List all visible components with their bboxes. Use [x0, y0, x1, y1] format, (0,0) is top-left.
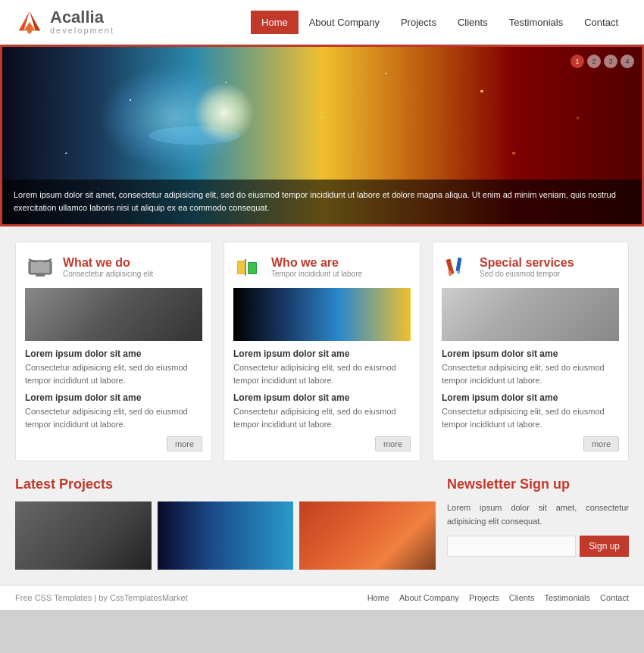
col3-entry1-text: Consectetur adipisicing elit, sed do eiu… — [442, 361, 619, 386]
col1-more-button[interactable]: more — [167, 436, 202, 451]
col1-image — [25, 288, 202, 341]
col3-more-wrapper: more — [442, 436, 619, 451]
col1-subtitle: Consectetur adipisicing elit — [63, 270, 153, 278]
col3-image — [442, 288, 619, 341]
newsletter-email-input[interactable] — [447, 536, 576, 557]
logo-text: Acallia development — [50, 9, 114, 35]
col2-more-wrapper: more — [233, 436, 411, 451]
newsletter-section: Newsletter Sign up Lorem ipsum dolor sit… — [447, 476, 629, 570]
col3-more-button[interactable]: more — [583, 436, 619, 451]
svg-rect-12 — [249, 263, 256, 273]
col1-entry1-text: Consectetur adipisicing elit, sed do eiu… — [25, 361, 202, 386]
col2-subtitle: Tempor incididunt ut labore — [271, 270, 362, 278]
col2-body: Lorem ipsum dolor sit ame Consectetur ad… — [233, 348, 411, 430]
slider-dots: 1 2 3 4 — [571, 55, 634, 68]
nebula-center — [194, 83, 255, 143]
col3-title: Special services — [480, 256, 574, 270]
feature-columns: What we do Consectetur adipisicing elit … — [15, 242, 629, 461]
logo-sub: development — [50, 26, 114, 35]
main-nav: Home About Company Projects Clients Test… — [251, 11, 629, 34]
books-icon — [233, 252, 264, 282]
footer-nav-testimonials[interactable]: Testimonials — [544, 593, 590, 602]
nav-contact[interactable]: Contact — [574, 11, 629, 34]
tv-icon — [25, 252, 55, 282]
svg-rect-10 — [238, 261, 245, 273]
col3-entry2-text: Consectetur adipisicing elit, sed do eiu… — [442, 405, 619, 430]
logo-name: Acallia — [50, 9, 114, 26]
col1-entry2-text: Consectetur adipisicing elit, sed do eiu… — [25, 405, 202, 430]
paint-icon — [442, 252, 472, 282]
col2-more-button[interactable]: more — [375, 436, 411, 451]
svg-rect-16 — [455, 258, 461, 272]
col2-image — [233, 288, 411, 341]
footer-nav: Home About Company Projects Clients Test… — [360, 593, 629, 602]
footer-nav-projects[interactable]: Projects — [469, 593, 499, 602]
col1-entry2-title: Lorem ipsum dolor sit ame — [25, 392, 202, 403]
project-image-3[interactable] — [299, 501, 436, 570]
col-who-we-are: Who we are Tempor incididunt ut labore L… — [224, 242, 420, 461]
main-content: What we do Consectetur adipisicing elit … — [0, 227, 644, 585]
footer: Free CSS Templates | by CssTemplatesMark… — [0, 585, 644, 610]
slider-dot-4[interactable]: 4 — [621, 55, 634, 68]
slider-caption: Lorem ipsum dolor sit amet, consectetur … — [2, 180, 642, 224]
logo-icon — [15, 8, 44, 36]
nav-about[interactable]: About Company — [299, 11, 390, 34]
project-images — [15, 501, 436, 570]
logo: Acallia development — [15, 8, 114, 36]
col1-entry1-title: Lorem ipsum dolor sit ame — [25, 348, 202, 359]
col2-entry2-text: Consectetur adipisicing elit, sed do eiu… — [233, 405, 411, 430]
latest-projects-section: Latest Projects — [15, 476, 436, 570]
svg-rect-5 — [31, 262, 49, 273]
signup-button[interactable]: Sign up — [580, 536, 629, 557]
col1-header: What we do Consectetur adipisicing elit — [25, 252, 202, 282]
slider-dot-2[interactable]: 2 — [587, 55, 601, 68]
nav-testimonials[interactable]: Testimonials — [499, 11, 574, 34]
col-what-we-do: What we do Consectetur adipisicing elit … — [15, 242, 212, 461]
col2-entry1-title: Lorem ipsum dolor sit ame — [233, 348, 411, 359]
newsletter-text: Lorem ipsum dolor sit amet, consectetur … — [447, 501, 629, 528]
footer-nav-clients[interactable]: Clients — [509, 593, 535, 602]
nav-projects[interactable]: Projects — [390, 11, 447, 34]
col3-header: Special services Sed do eiusmod tempor — [442, 252, 619, 282]
col2-header: Who we are Tempor incididunt ut labore — [233, 252, 411, 282]
hero-slider: 1 2 3 4 Lorem ipsum dolor sit amet, cons… — [0, 45, 644, 227]
slider-caption-text: Lorem ipsum dolor sit amet, consectetur … — [14, 190, 616, 213]
nav-clients[interactable]: Clients — [447, 11, 499, 34]
col3-subtitle: Sed do eiusmod tempor — [480, 270, 574, 278]
col2-entry2-title: Lorem ipsum dolor sit ame — [233, 392, 411, 403]
slider-dot-1[interactable]: 1 — [571, 55, 584, 68]
footer-credit: Free CSS Templates | by CssTemplatesMark… — [15, 593, 188, 602]
footer-nav-contact[interactable]: Contact — [600, 593, 629, 602]
newsletter-form: Sign up — [447, 536, 629, 557]
footer-nav-home[interactable]: Home — [367, 593, 389, 602]
col1-more-wrapper: more — [25, 436, 202, 451]
col3-body: Lorem ipsum dolor sit ame Consectetur ad… — [442, 348, 619, 430]
col3-entry2-title: Lorem ipsum dolor sit ame — [442, 392, 619, 403]
slider-dot-3[interactable]: 3 — [604, 55, 617, 68]
newsletter-title: Newsletter Sign up — [447, 476, 629, 492]
footer-nav-about[interactable]: About Company — [399, 593, 459, 602]
header: Acallia development Home About Company P… — [0, 0, 644, 45]
nav-home[interactable]: Home — [251, 11, 299, 34]
col1-title: What we do — [63, 256, 153, 270]
svg-point-3 — [27, 30, 32, 34]
project-image-1[interactable] — [15, 501, 152, 570]
col2-entry1-text: Consectetur adipisicing elit, sed do eiu… — [233, 361, 411, 386]
col3-entry1-title: Lorem ipsum dolor sit ame — [442, 348, 619, 359]
svg-rect-13 — [245, 259, 246, 276]
bottom-section: Latest Projects Newsletter Sign up Lorem… — [15, 476, 629, 570]
latest-projects-title: Latest Projects — [15, 476, 436, 492]
col2-title: Who we are — [271, 256, 362, 270]
svg-rect-6 — [36, 274, 45, 277]
col1-body: Lorem ipsum dolor sit ame Consectetur ad… — [25, 348, 202, 430]
project-image-2[interactable] — [158, 501, 294, 570]
col-special-services: Special services Sed do eiusmod tempor L… — [432, 242, 629, 461]
